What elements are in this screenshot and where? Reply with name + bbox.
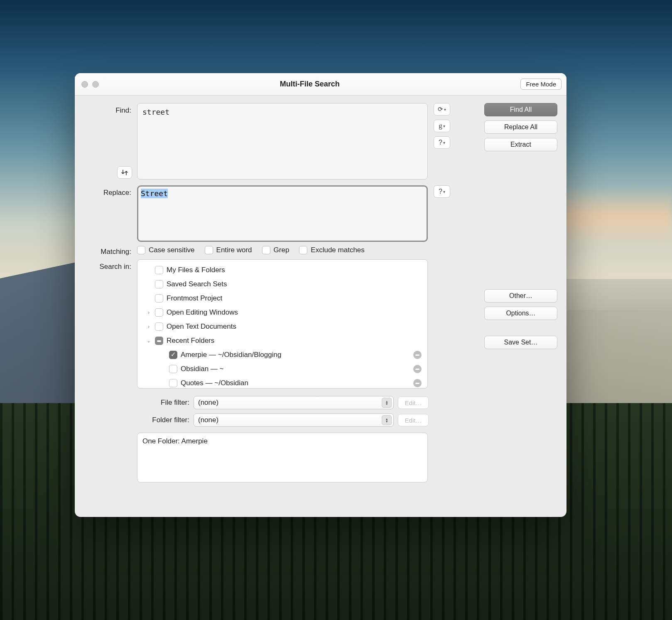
close-window-dot[interactable]	[81, 81, 88, 88]
find-label: Find:	[84, 103, 131, 115]
search-in-tree: My Files & FoldersSaved Search SetsFront…	[137, 259, 428, 389]
traffic-lights	[81, 81, 99, 88]
stepper-icon: ▴▾	[382, 398, 392, 408]
free-mode-button[interactable]: Free Mode	[520, 79, 562, 90]
tree-item-label: Open Text Documents	[167, 322, 236, 331]
disclosure-triangle[interactable]: ›	[146, 310, 152, 315]
tree-item[interactable]: Obsidian — ~	[137, 362, 427, 376]
stepper-icon: ▴▾	[382, 415, 392, 425]
disclosure-triangle[interactable]: ›	[146, 324, 152, 330]
file-filter-label: File filter:	[138, 399, 189, 407]
swap-find-replace-button[interactable]	[117, 166, 132, 179]
remove-folder-icon[interactable]	[413, 379, 422, 387]
minimize-window-dot[interactable]	[92, 81, 99, 88]
tree-item[interactable]: ⌄Recent Folders	[137, 334, 427, 348]
folder-filter-edit-button[interactable]: Edit…	[398, 414, 429, 426]
tree-item[interactable]: Amerpie — ~/Obsidian/Blogging	[137, 348, 427, 362]
tree-checkbox[interactable]	[155, 266, 163, 274]
find-history-button[interactable]: ⟳▾	[434, 103, 450, 116]
find-all-button[interactable]: Find All	[484, 103, 557, 116]
tree-checkbox[interactable]	[155, 337, 163, 345]
remove-folder-icon[interactable]	[413, 365, 422, 373]
entire-word-checkbox[interactable]: Entire word	[205, 246, 252, 254]
replace-help-button[interactable]: ?▾	[434, 185, 450, 198]
tree-item-label: Recent Folders	[167, 337, 214, 345]
tree-item[interactable]: ›Open Editing Windows	[137, 305, 427, 320]
case-sensitive-checkbox[interactable]: Case sensitive	[137, 246, 195, 254]
tree-item-label: Saved Search Sets	[167, 280, 227, 288]
search-in-label: Search in:	[84, 259, 131, 271]
search-summary: One Folder: Amerpie	[137, 433, 428, 482]
tree-checkbox[interactable]	[155, 308, 163, 317]
tree-item-label: Frontmost Project	[167, 294, 222, 303]
tree-item[interactable]: ›Open Text Documents	[137, 320, 427, 334]
tree-item[interactable]: Frontmost Project	[137, 291, 427, 305]
tree-item[interactable]: My Files & Folders	[137, 263, 427, 277]
tree-item[interactable]: Saved Search Sets	[137, 277, 427, 291]
tree-checkbox[interactable]	[169, 365, 177, 373]
tree-item-label: Quotes — ~/Obsidian	[181, 379, 248, 387]
folder-filter-label: Folder filter:	[138, 416, 189, 424]
tree-checkbox[interactable]	[169, 351, 177, 359]
replace-input[interactable]: Street	[137, 185, 428, 242]
replace-label: Replace:	[84, 185, 131, 197]
tree-item-label: My Files & Folders	[167, 266, 225, 274]
help-icon: ?	[439, 139, 442, 146]
swap-icon	[121, 169, 128, 176]
file-filter-edit-button[interactable]: Edit…	[398, 396, 429, 409]
matching-label: Matching:	[84, 246, 131, 256]
grep-checkbox[interactable]: Grep	[262, 246, 289, 254]
tree-item-label: Obsidian — ~	[181, 365, 223, 373]
tree-item-label: Open Editing Windows	[167, 308, 238, 317]
file-filter-select[interactable]: (none) ▴▾	[194, 396, 394, 409]
extract-button[interactable]: Extract	[484, 138, 557, 151]
other-button[interactable]: Other…	[484, 289, 557, 303]
tree-item[interactable]: Quotes — ~/Obsidian	[137, 376, 427, 388]
grep-tools-button[interactable]: g▾	[434, 120, 450, 132]
replace-all-button[interactable]: Replace All	[484, 121, 557, 134]
save-set-button[interactable]: Save Set…	[484, 336, 557, 349]
tree-checkbox[interactable]	[155, 280, 163, 288]
tree-checkbox[interactable]	[155, 294, 163, 303]
exclude-matches-checkbox[interactable]: Exclude matches	[299, 246, 364, 254]
window-title: Multi-File Search	[99, 80, 520, 89]
tree-checkbox[interactable]	[169, 379, 177, 387]
titlebar: Multi-File Search Free Mode	[75, 73, 567, 96]
remove-folder-icon[interactable]	[413, 351, 422, 359]
disclosure-triangle[interactable]: ⌄	[146, 338, 152, 344]
tree-item-label: Amerpie — ~/Obsidian/Blogging	[181, 351, 281, 359]
history-icon: ⟳	[438, 106, 443, 113]
find-input[interactable]	[137, 103, 428, 180]
folder-filter-select[interactable]: (none) ▴▾	[194, 413, 394, 427]
find-help-button[interactable]: ?▾	[434, 136, 450, 149]
multi-file-search-window: Multi-File Search Free Mode Find: ⟳▾ g▾ …	[75, 73, 567, 517]
options-button[interactable]: Options…	[484, 307, 557, 320]
tree-checkbox[interactable]	[155, 322, 163, 331]
help-icon: ?	[439, 188, 442, 195]
